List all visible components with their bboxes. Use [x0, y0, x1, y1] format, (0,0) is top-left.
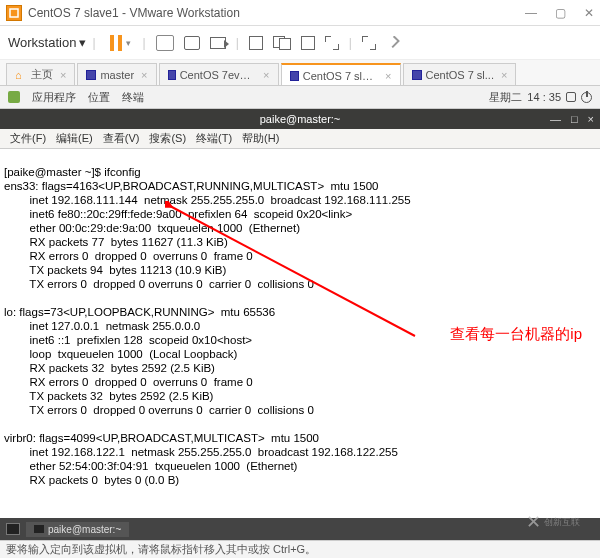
output-line: TX packets 32 bytes 2592 (2.5 KiB) — [4, 390, 213, 402]
terminal-icon — [34, 525, 44, 533]
guest-top-panel: 应用程序 位置 终端 星期二 14 : 35 — [0, 86, 600, 109]
close-icon[interactable]: × — [501, 69, 507, 81]
window-minimize-button[interactable]: — — [525, 6, 537, 20]
close-icon[interactable]: × — [141, 69, 147, 81]
window-titlebar: CentOS 7 slave1 - VMware Workstation — ▢… — [0, 0, 600, 26]
mouse-icon[interactable] — [156, 35, 174, 51]
output-line: ens33: flags=4163<UP,BROADCAST,RUNNING,M… — [4, 180, 378, 192]
command-text: ifconfig — [104, 166, 140, 178]
window-title: CentOS 7 slave1 - VMware Workstation — [28, 6, 525, 20]
unity-icon[interactable] — [301, 36, 315, 50]
snapshot-icon[interactable] — [184, 36, 200, 50]
taskbar-vm-thumb[interactable] — [6, 523, 20, 535]
guest-taskbar: paike@master:~ — [0, 518, 600, 540]
menu-search[interactable]: 搜索(S) — [145, 131, 190, 146]
fullscreen-icon[interactable] — [325, 36, 339, 50]
toolbar: Workstation ▾ | ▾ | | | — [0, 26, 600, 60]
output-line: inet 192.168.111.144 netmask 255.255.255… — [4, 194, 411, 206]
output-line: inet 192.168.122.1 netmask 255.255.255.0… — [4, 446, 398, 458]
apps-icon[interactable] — [8, 91, 20, 103]
output-line: virbr0: flags=4099<UP,BROADCAST,MULTICAS… — [4, 432, 319, 444]
output-line: RX packets 77 bytes 11627 (11.3 KiB) — [4, 236, 228, 248]
terminal-close-button[interactable]: × — [588, 113, 594, 125]
stretch-icon[interactable] — [362, 36, 376, 50]
output-line: inet 127.0.0.1 netmask 255.0.0.0 — [4, 320, 200, 332]
terminal-shortcut[interactable]: 终端 — [122, 90, 144, 105]
prompt: [paike@master ~]$ — [4, 166, 104, 178]
close-icon[interactable]: × — [385, 70, 391, 82]
close-icon[interactable]: × — [263, 69, 269, 81]
tabs-row: ⌂主页× master× CentOS 7everything× CentOS … — [0, 60, 600, 86]
workstation-menu[interactable]: Workstation ▾ — [8, 35, 86, 50]
tab-centos-slave1[interactable]: CentOS 7 slave1× — [281, 63, 401, 85]
apps-menu[interactable]: 应用程序 — [32, 90, 76, 105]
camera-icon[interactable] — [210, 37, 226, 49]
output-line: TX errors 0 dropped 0 overruns 0 carrier… — [4, 404, 314, 416]
window-close-button[interactable]: ✕ — [584, 6, 594, 20]
tab-centos-everything[interactable]: CentOS 7everything× — [159, 63, 279, 85]
pause-button[interactable]: ▾ — [110, 35, 131, 51]
status-text: 要将输入定向到该虚拟机，请将鼠标指针移入其中或按 Ctrl+G。 — [6, 542, 316, 557]
weekday-label: 星期二 — [489, 90, 522, 105]
menu-edit[interactable]: 编辑(E) — [52, 131, 97, 146]
menu-help[interactable]: 帮助(H) — [238, 131, 283, 146]
output-line: ether 52:54:00:3f:04:91 txqueuelen 1000 … — [4, 460, 297, 472]
menu-file[interactable]: 文件(F) — [6, 131, 50, 146]
watermark: ✕创新互联 — [526, 508, 596, 536]
output-line: inet6 ::1 prefixlen 128 scopeid 0x10<hos… — [4, 334, 252, 346]
vm-icon — [412, 70, 422, 80]
terminal-title: paike@master:~ — [260, 113, 341, 125]
svg-rect-0 — [10, 9, 18, 17]
vmware-status-bar: 要将输入定向到该虚拟机，请将鼠标指针移入其中或按 Ctrl+G。 — [0, 540, 600, 558]
terminal-menubar: 文件(F) 编辑(E) 查看(V) 搜索(S) 终端(T) 帮助(H) — [0, 129, 600, 149]
clock-label: 14 : 35 — [527, 91, 561, 103]
view-single-icon[interactable] — [249, 36, 263, 50]
terminal-titlebar[interactable]: paike@master:~ — □ × — [0, 109, 600, 129]
terminal-minimize-button[interactable]: — — [550, 113, 561, 125]
terminal-maximize-button[interactable]: □ — [571, 113, 578, 125]
dropdown-caret-icon: ▾ — [79, 35, 86, 50]
tab-centos-slave2[interactable]: CentOS 7 sl...× — [403, 63, 517, 85]
close-icon[interactable]: × — [60, 69, 66, 81]
taskbar-terminal-button[interactable]: paike@master:~ — [26, 522, 129, 537]
pause-icon — [118, 35, 122, 51]
output-line: RX errors 0 dropped 0 overruns 0 frame 0 — [4, 250, 253, 262]
output-line: TX errors 0 dropped 0 overruns 0 carrier… — [4, 278, 314, 290]
places-menu[interactable]: 位置 — [88, 90, 110, 105]
output-line: ether 00:0c:29:de:9a:00 txqueuelen 1000 … — [4, 222, 300, 234]
settings-icon[interactable] — [386, 36, 400, 50]
output-line: inet6 fe80::20c:29ff:fede:9a00 prefixlen… — [4, 208, 352, 220]
tab-master[interactable]: master× — [77, 63, 156, 85]
menu-terminal[interactable]: 终端(T) — [192, 131, 236, 146]
vm-icon — [86, 70, 96, 80]
terminal-output[interactable]: [paike@master ~]$ ifconfig ens33: flags=… — [0, 149, 600, 489]
output-line: RX errors 0 dropped 0 overruns 0 frame 0 — [4, 488, 253, 489]
power-icon[interactable] — [581, 92, 592, 103]
output-line: RX packets 0 bytes 0 (0.0 B) — [4, 474, 179, 486]
output-line: lo: flags=73<UP,LOOPBACK,RUNNING> mtu 65… — [4, 306, 275, 318]
output-line: RX packets 32 bytes 2592 (2.5 KiB) — [4, 362, 215, 374]
annotation-text: 查看每一台机器的ip — [450, 327, 582, 341]
tab-home[interactable]: ⌂主页× — [6, 63, 75, 85]
home-icon: ⌂ — [15, 69, 27, 81]
menu-view[interactable]: 查看(V) — [99, 131, 144, 146]
vm-icon — [290, 71, 299, 81]
view-multi-icon[interactable] — [273, 36, 291, 50]
output-line: TX packets 94 bytes 11213 (10.9 KiB) — [4, 264, 226, 276]
window-maximize-button[interactable]: ▢ — [555, 6, 566, 20]
pause-icon — [110, 35, 114, 51]
output-line: loop txqueuelen 1000 (Local Loopback) — [4, 348, 237, 360]
volume-icon[interactable] — [566, 92, 576, 102]
app-icon — [6, 5, 22, 21]
vm-icon — [168, 70, 176, 80]
output-line: RX errors 0 dropped 0 overruns 0 frame 0 — [4, 376, 253, 388]
separator: | — [92, 36, 95, 50]
